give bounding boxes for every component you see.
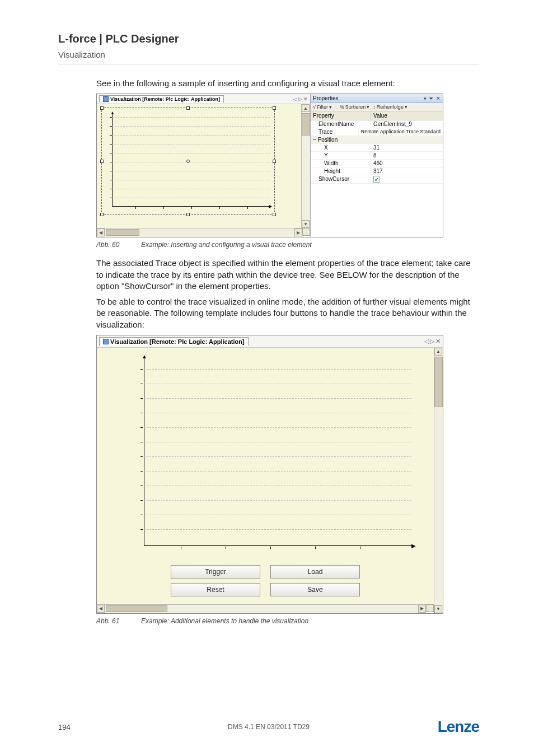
editor-tab[interactable]: Visualization [Remote: Plc Logic: Applic…: [99, 95, 224, 102]
tab-prev-icon[interactable]: ◁: [424, 338, 429, 345]
scroll-down-icon[interactable]: ▼: [302, 220, 310, 228]
axis-arrow-up-icon: ▲: [142, 353, 147, 360]
figure-61-caption: Abb. 61Example: Additional elements to h…: [96, 617, 479, 625]
editor-tab[interactable]: Visualization [Remote: Plc Logic: Applic…: [99, 337, 249, 346]
vertical-scrollbar[interactable]: ▲ ▼: [301, 104, 310, 228]
property-row-elementname[interactable]: ElementName GenElemInst_9: [311, 120, 443, 128]
tab-next-icon[interactable]: ▷: [298, 96, 302, 102]
scroll-right-icon[interactable]: ▶: [418, 605, 426, 613]
trace-y-axis: [112, 113, 113, 207]
sort-button[interactable]: ⅝ Sortieren ▾: [340, 104, 369, 110]
trace-y-axis: [144, 358, 144, 546]
properties-header: Property Value: [311, 111, 443, 120]
corner-icon: [302, 228, 310, 236]
properties-grid: ElementName GenElemInst_9 Trace Remote.A…: [311, 120, 443, 237]
header-rule: [58, 64, 479, 64]
resize-handle[interactable]: [100, 213, 104, 216]
axis-arrow-right-icon: ▶: [411, 543, 416, 549]
resize-handle[interactable]: [100, 160, 104, 163]
axis-arrow-up-icon: ▲: [110, 110, 115, 115]
figure-60-screenshot: Visualization [Remote: Plc Logic: Applic…: [96, 94, 443, 237]
panel-pin-icon[interactable]: ⏷: [429, 96, 434, 101]
intro-text: See in the following a sample of inserti…: [96, 78, 479, 89]
resize-handle[interactable]: [186, 106, 190, 110]
panel-dropdown-icon[interactable]: ▾: [424, 96, 427, 101]
panel-close-icon[interactable]: ✕: [436, 96, 441, 101]
editor-tabbar: Visualization [Remote: Plc Logic: Applic…: [97, 94, 310, 104]
resize-handle[interactable]: [273, 213, 276, 216]
trace-element-selection[interactable]: ▲ ▶: [101, 108, 275, 215]
properties-toolbar: √ Filter ▾ | ⅝ Sortieren ▾ ↕ Reihenfolge…: [311, 103, 443, 111]
property-col-header[interactable]: Property: [311, 111, 371, 120]
scroll-down-icon[interactable]: ▼: [434, 605, 442, 613]
document-id: DMS 4.1 EN 03/2011 TD29: [228, 723, 310, 731]
page-footer: 194 DMS 4.1 EN 03/2011 TD29 Lenze: [58, 718, 479, 736]
tab-close-icon[interactable]: ✕: [435, 338, 441, 345]
horizontal-scrollbar[interactable]: ◀ ▶: [97, 604, 426, 613]
visualization-editor: Visualization [Remote: Plc Logic: Applic…: [97, 94, 311, 237]
scroll-left-icon[interactable]: ◀: [97, 228, 105, 236]
showcursor-checkbox[interactable]: ✔: [373, 176, 380, 183]
save-button[interactable]: Save: [270, 583, 360, 596]
trace-x-axis: [144, 545, 411, 546]
trigger-button[interactable]: Trigger: [171, 565, 260, 578]
properties-title-label: Properties: [313, 95, 339, 101]
tab-close-icon[interactable]: ✕: [303, 96, 308, 102]
figure-60-caption: Abb. 60Example: Inserting and configurin…: [96, 241, 479, 249]
editor-tab-label: Visualization [Remote: Plc Logic: Applic…: [110, 338, 245, 345]
filter-button[interactable]: √ Filter ▾: [313, 104, 332, 110]
horizontal-scrollbar[interactable]: ◀ ▶: [97, 228, 302, 237]
property-row-position[interactable]: − Position: [311, 136, 443, 144]
figure-61-screenshot: Visualization [Remote: Plc Logic: Applic…: [96, 335, 443, 614]
property-row-y[interactable]: Y 8: [311, 152, 443, 160]
load-button[interactable]: Load: [270, 565, 360, 578]
lenze-logo: Lenze: [438, 718, 479, 736]
editor-tab-label: Visualization [Remote: Plc Logic: Applic…: [110, 96, 220, 102]
properties-titlebar: Properties ▾ ⏷ ✕: [311, 94, 443, 103]
paragraph-2: To be able to control the trace visualiz…: [96, 296, 479, 330]
scroll-up-icon[interactable]: ▲: [434, 348, 442, 356]
page-subtitle: Visualization: [58, 50, 479, 59]
resize-handle[interactable]: [186, 213, 190, 216]
scroll-right-icon[interactable]: ▶: [294, 228, 302, 236]
resize-handle[interactable]: [100, 106, 104, 110]
vertical-scrollbar[interactable]: ▲ ▼: [434, 348, 443, 613]
visualization-canvas[interactable]: ▲ ▶: [97, 348, 434, 604]
resize-handle[interactable]: [273, 160, 276, 163]
editor-tabbar: Visualization [Remote: Plc Logic: Applic…: [97, 335, 443, 348]
order-button[interactable]: ↕ Reihenfolge ▾: [373, 104, 407, 110]
visualization-icon: [103, 339, 109, 344]
property-row-height[interactable]: Height 317: [311, 167, 443, 175]
axis-arrow-right-icon: ▶: [269, 204, 272, 209]
tab-next-icon[interactable]: ▷: [430, 338, 434, 345]
resize-handle[interactable]: [273, 106, 276, 110]
visualization-icon: [103, 96, 109, 102]
page-title: L-force | PLC Designer: [58, 32, 479, 45]
value-col-header[interactable]: Value: [371, 111, 443, 120]
scroll-up-icon[interactable]: ▲: [302, 104, 310, 112]
property-row-trace[interactable]: Trace Remote.Application.Trace.Standard: [311, 128, 443, 136]
property-row-x[interactable]: X 31: [311, 144, 443, 152]
properties-panel: Properties ▾ ⏷ ✕ √ Filter ▾ | ⅝ Sortiere…: [311, 94, 443, 237]
corner-icon: [426, 604, 434, 612]
tab-prev-icon[interactable]: ◁: [293, 96, 297, 102]
collapse-icon[interactable]: −: [313, 137, 316, 143]
page-number: 194: [58, 723, 71, 731]
reset-button[interactable]: Reset: [171, 583, 260, 596]
center-handle[interactable]: [186, 160, 190, 163]
visualization-canvas[interactable]: ▲ ▶: [97, 104, 301, 228]
scroll-left-icon[interactable]: ◀: [97, 605, 105, 613]
property-row-width[interactable]: Width 460: [311, 160, 443, 167]
paragraph-1: The associated Trace object is specified…: [96, 258, 479, 292]
property-row-showcursor[interactable]: ShowCursor ✔: [311, 175, 443, 184]
